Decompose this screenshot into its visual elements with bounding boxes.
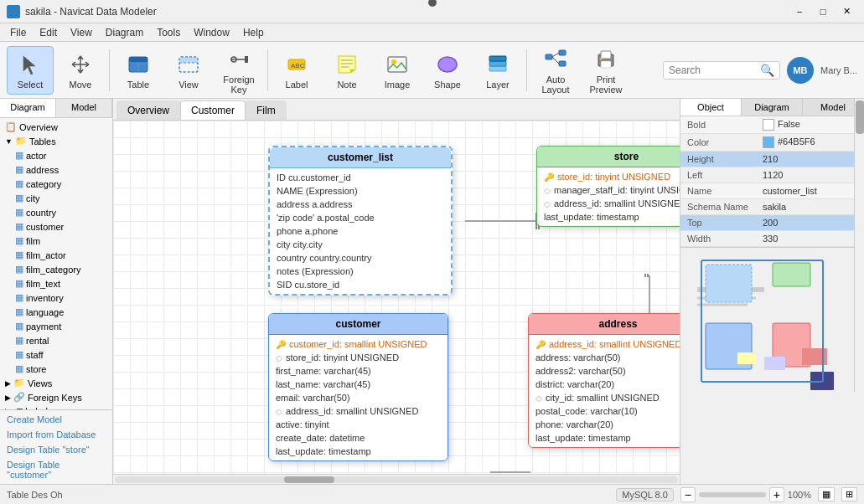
note-button[interactable]: Note — [323, 46, 370, 95]
svg-rect-25 — [546, 54, 552, 59]
design-store-link[interactable]: Design Table "store" — [2, 442, 111, 457]
svg-point-33 — [600, 57, 603, 59]
diagram-canvas[interactable]: customer_list ID cu.customer_id NAME (Ex… — [113, 121, 680, 474]
tab-model[interactable]: Model — [56, 99, 112, 117]
field-row: ◇address_id: smallint UNSIGNED — [537, 197, 680, 210]
image-button[interactable]: Image — [374, 46, 421, 95]
tree-table-film-category[interactable]: ▦ film_category — [12, 262, 111, 276]
toolbar: Select Move Table View Foreign Key ABC L… — [0, 42, 864, 99]
svg-text:ABC: ABC — [291, 62, 305, 69]
field-row: phone a.phone — [270, 224, 451, 238]
svg-rect-26 — [559, 50, 566, 55]
zoom-out-button[interactable]: − — [680, 487, 696, 502]
tree-table-actor[interactable]: ▦ actor — [12, 148, 111, 162]
svg-rect-47 — [773, 263, 810, 286]
tree-overview[interactable]: 📋 Overview — [2, 120, 111, 134]
prop-key: Schema Name — [680, 199, 756, 215]
maximize-button[interactable]: □ — [812, 3, 834, 20]
table-icon-film: ▦ — [15, 235, 23, 246]
layer-button[interactable]: Layer — [474, 46, 521, 95]
move-button[interactable]: Move — [57, 46, 104, 95]
field-row: email: varchar(50) — [269, 391, 448, 404]
prop-value: 330 — [756, 231, 864, 247]
horizontal-scrollbar[interactable] — [113, 474, 680, 484]
separator-1 — [109, 49, 110, 91]
right-tabs: Object Diagram Model — [680, 99, 864, 116]
foreignkey-button[interactable]: Foreign Key — [215, 46, 262, 95]
status-left: Table Des Oh — [7, 490, 609, 500]
tree-table-film-actor[interactable]: ▦ film_actor — [12, 248, 111, 262]
svg-rect-46 — [706, 265, 752, 302]
zoom-slider[interactable] — [699, 492, 766, 497]
tree-table-film[interactable]: ▦ film — [12, 234, 111, 248]
table-icon-inventory: ▦ — [15, 292, 23, 303]
menu-diagram[interactable]: Diagram — [99, 25, 150, 40]
tree-fk[interactable]: ▶ 🔗 Foreign Keys — [2, 390, 111, 404]
tree-table-film-text[interactable]: ▦ film_text — [12, 276, 111, 291]
label-button[interactable]: ABC Label — [273, 46, 320, 95]
shape-button[interactable]: Shape — [424, 46, 471, 95]
tree-table-store[interactable]: ▦ store — [12, 362, 111, 376]
design-customer-link[interactable]: Design Table "customer" — [2, 457, 111, 482]
tree-views[interactable]: ▶ 📁 Views — [2, 376, 111, 390]
svg-point-21 — [438, 57, 457, 72]
menu-view[interactable]: View — [64, 25, 99, 40]
menu-edit[interactable]: Edit — [33, 25, 64, 40]
table-address[interactable]: address 🔑address_id: smallint UNSIGNED a… — [528, 313, 680, 448]
tree-table-rental[interactable]: ▦ rental — [12, 333, 111, 347]
tree-table-payment[interactable]: ▦ payment — [12, 319, 111, 333]
tree-tables-group[interactable]: ▼ 📁 Tables — [2, 134, 111, 148]
fk-icon: ◇ — [276, 353, 282, 363]
table-customer-list[interactable]: customer_list ID cu.customer_id NAME (Ex… — [268, 146, 453, 296]
dtab-film[interactable]: Film — [246, 100, 287, 120]
close-button[interactable]: ✕ — [836, 3, 857, 20]
printpreview-button[interactable]: Print Preview — [582, 46, 629, 95]
left-bottom: Create Model Import from Database Design… — [0, 409, 112, 484]
right-tab-diagram[interactable]: Diagram — [742, 99, 803, 116]
menu-file[interactable]: File — [3, 25, 33, 40]
zoom-level-label: 100% — [788, 490, 811, 500]
tree-table-city[interactable]: ▦ city — [12, 191, 111, 205]
right-tab-object[interactable]: Object — [680, 99, 742, 116]
page-view-btn1[interactable]: ▦ — [818, 487, 835, 501]
svg-rect-53 — [737, 352, 756, 364]
dtab-overview[interactable]: Overview — [116, 100, 180, 120]
table-store[interactable]: store 🔑store_id: tinyint UNSIGNED ◇manag… — [536, 146, 680, 227]
prop-value: sakila — [756, 199, 864, 215]
tree-table-staff[interactable]: ▦ staff — [12, 347, 111, 362]
tab-diagram[interactable]: Diagram — [0, 99, 56, 117]
create-model-link[interactable]: Create Model — [2, 412, 111, 427]
field-row: ◇manager_staff_id: tinyint UNSIGNED — [537, 183, 680, 197]
tree-table-address[interactable]: ▦ address — [12, 162, 111, 177]
tree-table-category[interactable]: ▦ category — [12, 177, 111, 191]
zoom-in-button[interactable]: + — [769, 487, 784, 502]
minimize-button[interactable]: − — [789, 3, 810, 20]
tree-table-inventory[interactable]: ▦ inventory — [12, 291, 111, 305]
image-icon — [384, 51, 411, 78]
select-button[interactable]: Select — [7, 46, 54, 95]
page-view-btn2[interactable]: ⊞ — [841, 487, 857, 501]
note-icon — [334, 51, 360, 78]
search-icon: 🔍 — [760, 64, 774, 77]
field-row: postal_code: varchar(10) — [529, 404, 680, 418]
import-db-link[interactable]: Import from Database — [2, 427, 111, 442]
search-box[interactable]: 🔍 — [663, 61, 780, 80]
scroll-thumb[interactable] — [284, 476, 334, 483]
view-button[interactable]: View — [165, 46, 212, 95]
right-panel-scroll-thumb[interactable] — [856, 100, 864, 134]
autolayout-icon — [542, 46, 569, 73]
pk-icon: 🔑 — [535, 340, 546, 349]
tree-table-language[interactable]: ▦ language — [12, 305, 111, 319]
tree-table-customer[interactable]: ▦ customer — [12, 219, 111, 234]
table-customer[interactable]: customer 🔑customer_id: smallint UNSIGNED… — [268, 313, 448, 461]
autolayout-button[interactable]: Auto Layout — [532, 46, 579, 95]
table-button[interactable]: Table — [115, 46, 162, 95]
svg-line-29 — [552, 57, 559, 64]
tree-table-country[interactable]: ▦ country — [12, 205, 111, 219]
menu-tools[interactable]: Tools — [150, 25, 187, 40]
search-input[interactable] — [669, 64, 760, 76]
menu-window[interactable]: Window — [187, 25, 236, 40]
menu-help[interactable]: Help — [236, 25, 271, 40]
field-row: address: varchar(50) — [529, 351, 680, 364]
dtab-customer[interactable]: Customer — [180, 100, 246, 120]
